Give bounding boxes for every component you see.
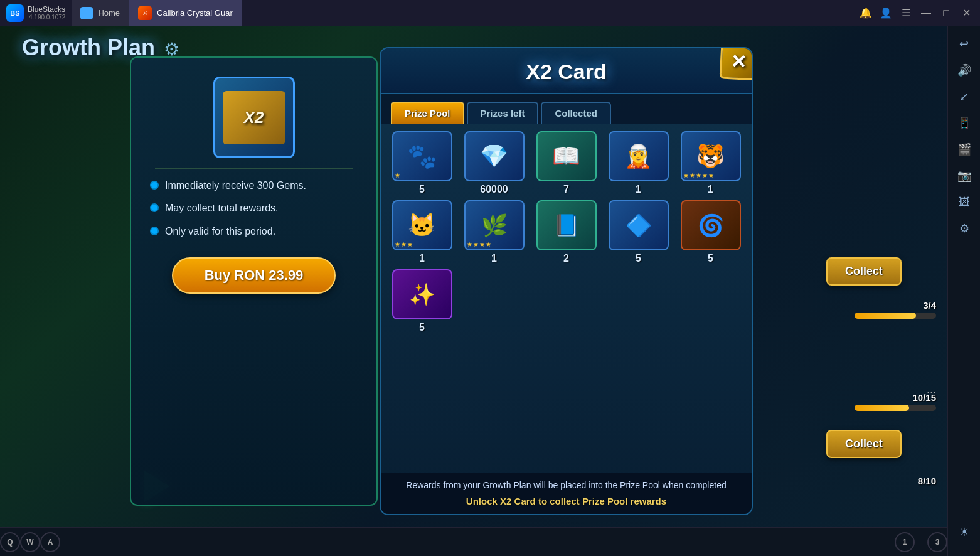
tab-prizes-left[interactable]: Prizes left xyxy=(467,102,539,124)
prize-count-5: 1 xyxy=(708,184,713,195)
prize-icon-2: 💎 xyxy=(480,143,508,169)
prize-item-9: 🔷 5 xyxy=(605,200,672,264)
progress-1015-fill xyxy=(855,405,909,411)
prize-icon-11: ✨ xyxy=(409,282,435,307)
collect-bottom-button[interactable]: Collect xyxy=(826,430,902,458)
benefit-text-3: Only valid for this period. xyxy=(165,225,275,238)
benefit-text-1: Immediately receive 300 Gems. xyxy=(165,179,306,193)
notifications-btn[interactable]: 🔔 xyxy=(857,4,875,22)
progress-810-area: 8/10 xyxy=(918,476,936,486)
prize-icon-7: 🌿 xyxy=(481,213,508,238)
prize-icon-1: 🐾 xyxy=(407,142,437,170)
prize-item-2: 💎 60000 xyxy=(461,131,528,195)
maximize-btn[interactable]: □ xyxy=(937,4,955,22)
brightness-icon[interactable]: ☀ xyxy=(953,521,976,543)
sound-icon[interactable]: 🔊 xyxy=(953,59,976,82)
minimize-btn[interactable]: — xyxy=(917,4,935,22)
progress-34-area: 3/4 xyxy=(855,300,936,319)
x2-text: X2 xyxy=(244,108,264,127)
prize-count-3: 7 xyxy=(563,184,569,195)
prize-icon-box-11: ✨ xyxy=(392,269,452,319)
settings-icon[interactable]: ⚙ xyxy=(953,217,976,240)
account-btn[interactable]: 👤 xyxy=(877,4,895,22)
right-sidebar: ↩ 🔊 ⤢ 📱 🎬 📷 🖼 ⚙ ☀ xyxy=(947,26,980,556)
progress-810-label: 8/10 xyxy=(918,476,936,486)
tab-collected-label: Collected xyxy=(555,108,597,119)
taskbar: BS BlueStacks 4.190.0.1072 Home ⚔ Calibr… xyxy=(0,0,980,26)
menu-btn[interactable]: ☰ xyxy=(897,4,915,22)
prize-icon-9: 🔷 xyxy=(626,213,652,238)
collect-top-button[interactable]: Collect xyxy=(826,257,902,286)
tab-collected[interactable]: Collected xyxy=(541,102,611,124)
window-controls: 🔔 👤 ☰ — □ ✕ xyxy=(857,4,980,22)
bottom-bar: Q W A 1 3 xyxy=(0,527,947,556)
key-q[interactable]: Q xyxy=(0,532,20,552)
game-tab[interactable]: ⚔ Calibria Crystal Guar xyxy=(129,0,242,26)
prize-item-10: 🌀 5 xyxy=(677,200,744,264)
prize-item-8: 📘 2 xyxy=(533,200,600,264)
star-badge-1: ★ xyxy=(395,172,400,179)
app-name: BlueStacks xyxy=(28,5,65,14)
tab-prizes-left-label: Prizes left xyxy=(481,108,525,119)
home-tab-label: Home xyxy=(98,8,120,18)
prize-count-2: 60000 xyxy=(480,184,508,195)
modal-title: X2 Card xyxy=(526,60,607,83)
tab-prize-pool[interactable]: Prize Pool xyxy=(391,102,464,124)
progress-1015-bar xyxy=(855,405,936,411)
prize-item-1: 🐾 ★ 5 xyxy=(388,131,455,195)
prize-grid: 🐾 ★ 5 💎 60000 📖 7 🧝 xyxy=(388,131,744,333)
progress-34-bar xyxy=(855,313,936,319)
key-3[interactable]: 3 xyxy=(927,532,947,552)
bluestacks-icon: BS xyxy=(6,4,24,22)
benefit-text-2: May collect total rewards. xyxy=(165,201,279,215)
star-badge-6: ★★★ xyxy=(395,241,413,248)
bullet-dot-2 xyxy=(150,203,159,212)
prize-icon-5: 🐯 xyxy=(696,143,725,169)
prize-count-4: 1 xyxy=(636,184,641,195)
home-tab[interactable]: Home xyxy=(72,0,129,26)
footer-text2: Unlock X2 Card to collect Prize Pool rew… xyxy=(393,496,739,506)
prize-count-8: 2 xyxy=(563,253,569,264)
close-x-icon: ✕ xyxy=(730,50,747,73)
mobile-icon[interactable]: 📱 xyxy=(953,112,976,134)
prize-icon-box-10: 🌀 xyxy=(681,200,741,250)
progress-1015-area: 10/15 xyxy=(855,392,936,411)
x2-card-modal: X2 Card ✕ Prize Pool Prizes left Collect… xyxy=(380,47,753,515)
video-icon[interactable]: 🎬 xyxy=(953,138,976,161)
benefits-list: Immediately receive 300 Gems. May collec… xyxy=(144,179,364,238)
home-tab-icon xyxy=(80,7,93,19)
bluestacks-logo: BS BlueStacks 4.190.0.1072 xyxy=(0,4,72,22)
modal-footer: Rewards from your Growth Plan will be pl… xyxy=(381,473,752,514)
prize-icon-box-8: 📘 xyxy=(536,200,597,250)
prize-item-11: ✨ 5 xyxy=(388,269,455,333)
prize-count-6: 1 xyxy=(419,253,425,264)
prize-count-9: 5 xyxy=(636,253,641,264)
tab-prize-pool-label: Prize Pool xyxy=(405,108,450,119)
prize-icon-box-4: 🧝 xyxy=(609,131,669,181)
key-w[interactable]: W xyxy=(20,532,40,552)
star-badge-7: ★★★★ xyxy=(467,241,491,248)
prize-icon-box-6: 🐱 ★★★ xyxy=(392,200,452,250)
fullscreen-icon[interactable]: ⤢ xyxy=(953,85,976,108)
prize-count-11: 5 xyxy=(419,322,425,333)
benefit-item-1: Immediately receive 300 Gems. xyxy=(150,179,358,193)
window-close-btn[interactable]: ✕ xyxy=(957,4,975,22)
key-a[interactable]: A xyxy=(40,532,60,552)
prize-icon-10: 🌀 xyxy=(698,213,724,238)
prize-icon-8: 📘 xyxy=(553,213,580,238)
x2-card-image: X2 xyxy=(213,77,295,158)
prize-icon-box-3: 📖 xyxy=(536,131,597,181)
buy-button[interactable]: Buy RON 23.99 xyxy=(172,257,336,294)
x2-card-label: X2 xyxy=(223,91,285,144)
camera-icon[interactable]: 📷 xyxy=(953,164,976,187)
back-icon[interactable]: ↩ xyxy=(953,33,976,55)
key-1[interactable]: 1 xyxy=(895,532,915,552)
prize-icon-6: 🐱 xyxy=(408,212,436,238)
prize-item-6: 🐱 ★★★ 1 xyxy=(388,200,455,264)
prize-item-7: 🌿 ★★★★ 1 xyxy=(461,200,528,264)
modal-close-button[interactable]: ✕ xyxy=(720,47,753,80)
prize-icon-box-5: 🐯 ★★★★★ xyxy=(681,131,741,181)
prize-item-3: 📖 7 xyxy=(533,131,600,195)
gallery-icon[interactable]: 🖼 xyxy=(953,191,976,213)
bullet-dot-1 xyxy=(150,181,159,190)
